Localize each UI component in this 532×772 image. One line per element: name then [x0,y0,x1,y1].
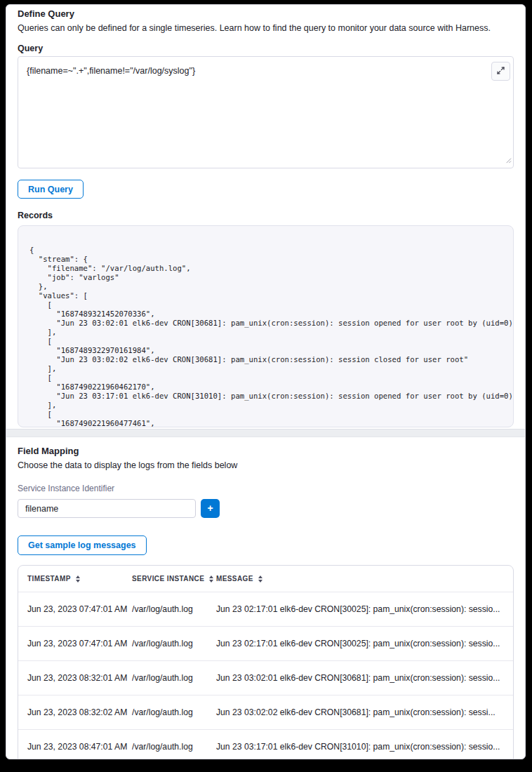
service-instance-input[interactable] [18,499,196,518]
table-header-row: TIMESTAMP SERVICE INSTANCE MESSAGE [18,566,513,592]
column-header-message[interactable]: MESSAGE [216,575,509,583]
section-divider [6,429,525,437]
records-label: Records [18,211,514,220]
query-editor[interactable]: {filename=~".+",filename!="/var/log/sysl… [18,56,514,168]
cell-message: Jun 23 03:02:01 elk6-dev CRON[30681]: pa… [216,673,509,683]
service-instance-label: Service Instance Identifier [18,484,514,493]
resize-grip-icon[interactable] [504,154,512,166]
sort-icon[interactable] [76,575,80,583]
sort-icon[interactable] [258,575,262,583]
sample-logs-table: TIMESTAMP SERVICE INSTANCE MESSAGE Jun 2… [18,565,514,759]
get-sample-log-messages-button[interactable]: Get sample log messages [18,535,147,555]
cell-timestamp: Jun 23, 2023 08:32:02 AM [27,707,132,717]
records-panel[interactable]: { "stream": { "filename": "/var/log/auth… [18,225,514,427]
cell-timestamp: Jun 23, 2023 07:47:01 AM [27,639,132,648]
cell-service-instance: /var/log/auth.log [132,604,216,614]
cell-service-instance: /var/log/auth.log [132,673,216,683]
cell-timestamp: Jun 23, 2023 08:47:01 AM [27,742,132,752]
column-header-label: MESSAGE [216,575,253,583]
section-title-define-query: Define Query [18,8,514,20]
define-query-description: Queries can only be defined for a single… [18,23,514,34]
column-header-timestamp[interactable]: TIMESTAMP [27,575,132,583]
table-row[interactable]: Jun 23, 2023 08:32:01 AM /var/log/auth.l… [18,660,513,695]
plus-icon: + [207,503,213,514]
table-row[interactable]: Jun 23, 2023 07:47:01 AM /var/log/auth.l… [18,626,513,660]
cell-timestamp: Jun 23, 2023 07:47:01 AM [27,604,132,614]
add-field-button[interactable]: + [201,499,220,518]
cell-message: Jun 23 03:02:02 elk6-dev CRON[30681]: pa… [216,707,509,717]
define-query-section: Define Query Queries can only be defined… [6,5,525,427]
field-mapping-description: Choose the data to display the logs from… [18,460,514,471]
cell-message: Jun 23 02:17:01 elk6-dev CRON[30025]: pa… [216,639,509,648]
cell-service-instance: /var/log/auth.log [132,639,216,648]
sort-icon[interactable] [209,575,213,583]
column-header-label: SERVICE INSTANCE [132,575,204,583]
table-row[interactable]: Jun 23, 2023 08:32:02 AM /var/log/auth.l… [18,695,513,729]
cell-service-instance: /var/log/auth.log [132,742,216,752]
content-panel: Define Query Queries can only be defined… [6,4,526,759]
cell-timestamp: Jun 23, 2023 08:32:01 AM [27,673,132,683]
run-query-button[interactable]: Run Query [18,180,84,199]
section-title-field-mapping: Field Mapping [18,446,514,457]
cell-message: Jun 23 02:17:01 elk6-dev CRON[30025]: pa… [216,604,509,614]
service-instance-row: + [18,499,514,518]
field-mapping-section: Field Mapping Choose the data to display… [6,437,525,759]
table-row[interactable]: Jun 23, 2023 07:47:01 AM /var/log/auth.l… [18,592,513,626]
column-header-service-instance[interactable]: SERVICE INSTANCE [132,575,216,583]
records-json: { "stream": { "filename": "/var/log/auth… [18,226,513,427]
query-label: Query [18,44,514,53]
expand-query-button[interactable] [491,62,510,81]
expand-icon [496,65,505,78]
cell-service-instance: /var/log/auth.log [132,707,216,717]
table-body: Jun 23, 2023 07:47:01 AM /var/log/auth.l… [18,592,513,759]
cell-message: Jun 23 03:17:01 elk6-dev CRON[31010]: pa… [216,742,509,752]
query-input[interactable]: {filename=~".+",filename!="/var/log/sysl… [18,57,513,85]
column-header-label: TIMESTAMP [27,575,71,583]
table-row[interactable]: Jun 23, 2023 08:47:01 AM /var/log/auth.l… [18,729,513,759]
